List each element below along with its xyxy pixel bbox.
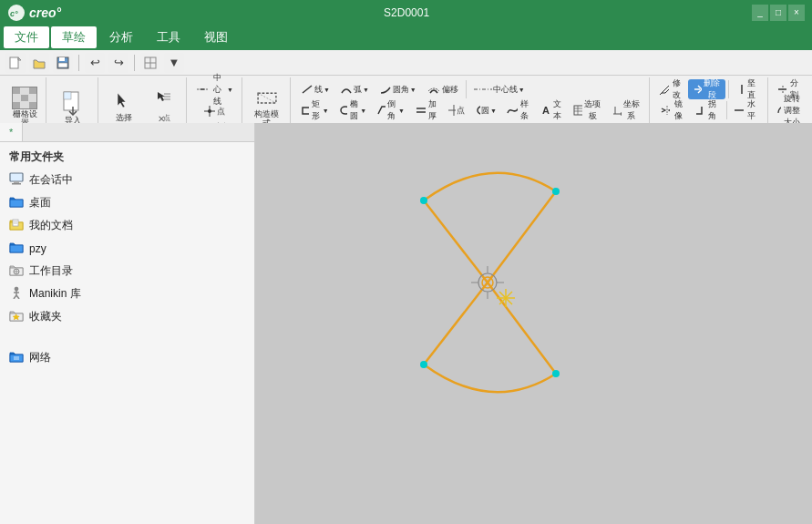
arc-button[interactable]: 弧▼	[335, 79, 374, 99]
mirror-button[interactable]: 镜像	[655, 100, 689, 120]
circle-button[interactable]: 圆▼	[470, 100, 501, 120]
corner-button[interactable]: 拐角	[690, 100, 724, 120]
folder-item-desktop[interactable]: 桌面	[0, 191, 254, 214]
rect-icon	[301, 105, 310, 116]
circle-icon	[475, 105, 480, 116]
window-title: S2D0001	[384, 6, 429, 19]
svg-line-78	[16, 295, 19, 299]
monitor-svg	[9, 172, 24, 185]
lower-fan-ctrl-left	[420, 361, 427, 368]
canvas-area	[255, 123, 812, 524]
rotate-resize-button[interactable]: 旋转调整大小	[772, 100, 806, 120]
chamfer-button[interactable]: 倒角▼	[372, 100, 409, 120]
horizontal-button[interactable]: 水平	[729, 100, 761, 120]
manikin-svg	[9, 286, 24, 299]
centerline-sketch-button[interactable]: 中心线▼	[469, 79, 529, 99]
svg-point-33	[341, 107, 348, 114]
svg-rect-63	[12, 183, 21, 185]
svg-rect-8	[58, 63, 67, 67]
rect-button[interactable]: 矩形▼	[296, 100, 334, 120]
rect-label: 矩形	[310, 98, 321, 122]
ellipse-label: 椭圆	[348, 98, 359, 122]
lower-fan-ctrl-right	[552, 370, 560, 377]
point-sketch-button[interactable]: 点	[444, 100, 469, 120]
horizontal-label: 水平	[745, 98, 757, 122]
centerline-icon	[197, 84, 208, 95]
folder-item-pzy[interactable]: pzy	[0, 237, 254, 260]
options-board-label: 选项板	[583, 98, 601, 122]
arc-label: 弧	[354, 84, 362, 96]
corner-label: 拐角	[706, 98, 718, 122]
svg-rect-66	[13, 220, 18, 226]
folder-svg-blue	[9, 195, 24, 208]
maximize-button[interactable]: □	[770, 5, 786, 21]
menu-tools[interactable]: 工具	[146, 26, 191, 48]
upper-fan-ctrl-right	[552, 188, 560, 195]
fillet-button[interactable]: 圆角▼	[375, 79, 421, 99]
spline-button[interactable]: 样条	[502, 100, 535, 120]
svg-rect-2	[10, 57, 18, 68]
horizontal-icon	[734, 105, 743, 116]
select-mode-button[interactable]	[146, 87, 182, 107]
coord-sketch-button[interactable]: 坐标系	[607, 100, 644, 120]
modify-button[interactable]: 修改	[655, 79, 687, 99]
more-button[interactable]: ▼	[164, 53, 184, 73]
offset-button[interactable]: 偏移	[422, 79, 463, 99]
vertical-button[interactable]: 坚直	[731, 79, 761, 99]
thicken-button[interactable]: 加厚	[410, 100, 443, 120]
spline-label: 样条	[519, 98, 530, 122]
menu-view[interactable]: 视图	[193, 26, 239, 48]
sketch-bot-row: 矩形▼ 椭圆▼ 倒角▼	[296, 100, 645, 120]
folder-item-manikin[interactable]: Manikin 库	[0, 283, 254, 305]
snap-cursor	[497, 289, 515, 307]
sketch-sep1	[466, 80, 467, 98]
left-panel-tab-star[interactable]: *	[0, 123, 23, 141]
workdir-label: 工作目录	[29, 263, 73, 279]
folder-item-workdir[interactable]: 工作目录	[0, 260, 254, 283]
point-sketch-label: 点	[457, 105, 465, 117]
new-button[interactable]	[5, 53, 26, 73]
undo-button[interactable]: ↩	[85, 53, 105, 73]
point-base-button[interactable]: 点	[192, 101, 238, 121]
import-icon	[60, 90, 86, 116]
options-board-icon	[573, 105, 582, 116]
manikin-icon	[9, 286, 24, 302]
vertical-icon	[735, 84, 744, 95]
folder-item-favorites[interactable]: 收藏夹	[0, 305, 254, 328]
line-button[interactable]: 线▼	[296, 79, 334, 99]
offset-icon	[427, 84, 441, 95]
network-section: 网络	[0, 346, 254, 369]
save-button[interactable]	[53, 53, 73, 73]
options-board-button[interactable]: 选项板	[569, 100, 606, 120]
spline-icon	[507, 105, 518, 116]
open-button[interactable]	[29, 53, 49, 73]
minimize-button[interactable]: _	[752, 5, 768, 21]
redo-button[interactable]: ↪	[108, 53, 128, 73]
edit-sep2	[726, 101, 727, 119]
menu-analysis[interactable]: 分析	[98, 26, 144, 48]
desktop-label: 桌面	[29, 195, 51, 211]
menu-sketch[interactable]: 草绘	[51, 26, 97, 48]
menu-file[interactable]: 文件	[4, 26, 49, 48]
svg-rect-7	[59, 57, 65, 61]
text-label: 文本	[551, 98, 563, 122]
folder-item-session[interactable]: 在会话中	[0, 169, 254, 191]
rotate-resize-icon	[776, 105, 782, 116]
pzy-icon	[9, 241, 24, 256]
centerline-button[interactable]: 中心线 ▼	[192, 79, 238, 99]
text-button[interactable]: A 文本	[536, 100, 568, 120]
folder-item-my-docs[interactable]: 我的文档	[0, 214, 254, 237]
thicken-label: 加厚	[427, 98, 438, 122]
folder-item-network[interactable]: 网络	[0, 346, 254, 369]
close-button[interactable]: ×	[788, 5, 805, 21]
edit-bot-row: 镜像 拐角 水平	[655, 100, 762, 120]
svg-rect-32	[303, 108, 310, 114]
mirror-label: 镜像	[672, 98, 684, 122]
favorites-svg	[9, 309, 24, 322]
ellipse-button[interactable]: 椭圆▼	[334, 100, 372, 120]
revert-button[interactable]	[140, 53, 160, 73]
corner-icon	[694, 105, 705, 116]
canvas-background	[255, 123, 812, 524]
delete-segment-button[interactable]: 删除段	[688, 79, 725, 99]
favorites-icon	[9, 309, 24, 324]
